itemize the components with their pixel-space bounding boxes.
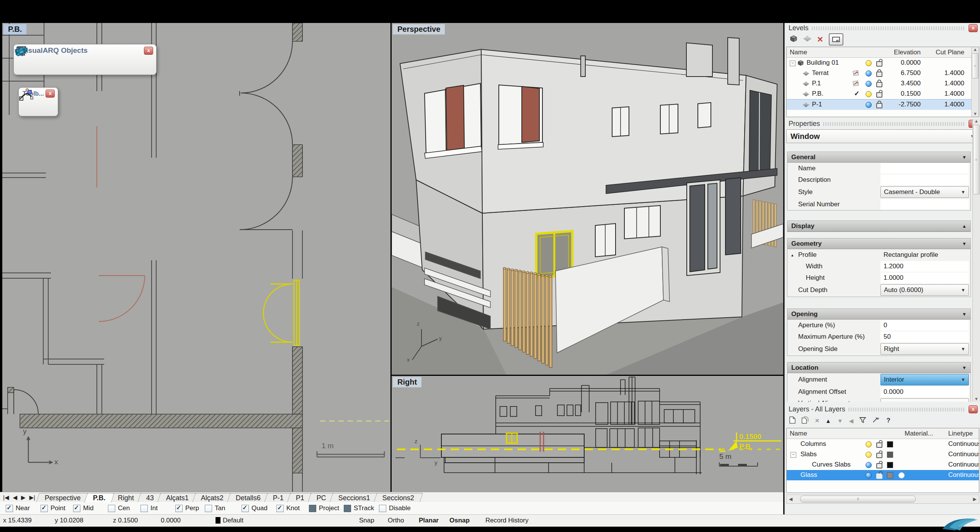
- first-tab-button[interactable]: |◀: [3, 494, 9, 501]
- add-building-button[interactable]: [789, 34, 798, 44]
- scroll-left-icon[interactable]: ◀: [789, 496, 792, 502]
- bulb-on-icon[interactable]: [866, 441, 872, 447]
- move-left-icon[interactable]: ◀: [849, 418, 854, 424]
- move-up-icon[interactable]: ▲: [825, 418, 831, 424]
- bulb-on-icon[interactable]: [866, 91, 872, 97]
- layer-row-slabs[interactable]: − Slabs Continuous: [787, 449, 979, 460]
- layer-linetype[interactable]: Continuous: [948, 461, 979, 468]
- checkbox-icon[interactable]: [242, 505, 249, 512]
- checkbox-icon[interactable]: [175, 505, 183, 512]
- filter-icon[interactable]: [859, 417, 866, 425]
- door-icon[interactable]: [69, 57, 84, 72]
- osnap-near[interactable]: Near: [6, 504, 30, 512]
- opening-side-dropdown[interactable]: Right ▼: [880, 343, 969, 355]
- max-aperture-input[interactable]: 50: [880, 331, 969, 342]
- toolb-toolbar[interactable]: Toolb... x: [18, 87, 58, 116]
- delete-level-icon[interactable]: ✕: [817, 36, 823, 43]
- current-level-check-icon[interactable]: ✓: [854, 90, 859, 98]
- checkbox-icon[interactable]: [6, 505, 13, 512]
- unlocked-icon[interactable]: [876, 453, 882, 458]
- scroll-up-icon[interactable]: ▲: [974, 119, 978, 123]
- tab-pb[interactable]: P.B.: [84, 493, 114, 503]
- level-row-terrat[interactable]: Terrat 6.7500 1.4000: [787, 68, 979, 78]
- window-icon[interactable]: [86, 57, 101, 72]
- checkbox-icon[interactable]: [379, 505, 386, 512]
- snap-toggle[interactable]: Snap: [359, 517, 374, 524]
- perspective-viewport-title[interactable]: Perspective: [393, 24, 445, 34]
- bulb-off-icon[interactable]: [866, 70, 872, 77]
- panel-grip[interactable]: [812, 26, 965, 30]
- osnap-point[interactable]: Point: [41, 504, 65, 512]
- unlocked-icon[interactable]: [876, 61, 882, 67]
- section-general-header[interactable]: General ▼: [787, 152, 970, 163]
- layer-color-swatch[interactable]: [887, 462, 893, 468]
- layer-linetype[interactable]: Continuous: [948, 440, 979, 448]
- alignment-offset-input[interactable]: 0.0000: [880, 387, 969, 397]
- col-material[interactable]: Material...: [905, 430, 933, 437]
- selected-window-elevation[interactable]: [506, 433, 517, 443]
- section-display-header[interactable]: Display ▲: [787, 221, 970, 232]
- checkbox-icon[interactable]: [205, 505, 212, 512]
- tab-seccions2[interactable]: Seccions2: [374, 493, 423, 503]
- vertical-alignment-dropdown[interactable]: ▼: [880, 398, 969, 402]
- floating-panel-button[interactable]: [829, 33, 843, 46]
- scroll-thumb[interactable]: ≡: [973, 125, 980, 194]
- osnap-toggle[interactable]: Osnap: [449, 517, 470, 524]
- expanded-marker-icon[interactable]: ▴: [791, 253, 794, 258]
- checkbox-icon[interactable]: [309, 505, 316, 512]
- tab-detalls6[interactable]: Detalls6: [227, 493, 270, 503]
- last-tab-button[interactable]: ▶|: [29, 494, 35, 501]
- help-icon[interactable]: ?: [886, 417, 890, 424]
- profile-value[interactable]: Rectangular profile: [880, 250, 969, 260]
- collapse-icon[interactable]: −: [791, 452, 796, 458]
- roof-icon[interactable]: [137, 57, 153, 72]
- osnap-mid[interactable]: Mid: [73, 504, 93, 512]
- osnap-perp[interactable]: Perp: [175, 504, 199, 512]
- move-down-icon[interactable]: ▼: [837, 418, 843, 424]
- levels-table-header[interactable]: Name Elevation Cut Plane: [787, 47, 979, 58]
- material-dot-icon[interactable]: [898, 472, 905, 478]
- level-row-p-1-selected[interactable]: P-1 -2.7500 1.4000: [787, 99, 979, 110]
- unlocked-icon[interactable]: [876, 473, 882, 479]
- bulb-on-icon[interactable]: [866, 452, 872, 458]
- section-geometry-header[interactable]: Geometry ▼: [787, 238, 970, 249]
- levels-scrollbar[interactable]: ▲≡▼: [971, 47, 979, 117]
- current-layer[interactable]: Default: [216, 517, 243, 524]
- col-cut-plane[interactable]: Cut Plane: [926, 49, 964, 56]
- unlocked-icon[interactable]: [876, 463, 882, 468]
- layer-row-columns[interactable]: Columns Continuous: [787, 439, 979, 449]
- collapse-icon[interactable]: −: [790, 60, 795, 66]
- level-row-p1[interactable]: P.1 3.4500 1.4000: [787, 78, 979, 89]
- col-linetype[interactable]: Linetype: [948, 430, 973, 437]
- layer-row-curves-slabs[interactable]: Curves Slabs Continuous: [787, 460, 979, 470]
- locked-icon[interactable]: [876, 103, 882, 108]
- new-sublayer-icon[interactable]: [802, 416, 809, 425]
- visualarq-toolbar-header[interactable]: VisualARQ Objects x: [14, 44, 156, 55]
- osnap-quad[interactable]: Quad: [242, 504, 268, 512]
- viewport-perspective[interactable]: Perspective z y x: [392, 23, 783, 375]
- layers-table-header[interactable]: Name Material... Linetype: [787, 428, 979, 439]
- elevation-canvas[interactable]: [392, 376, 783, 492]
- osnap-int[interactable]: Int: [140, 504, 158, 512]
- locked-icon[interactable]: [876, 82, 882, 87]
- tab-alcats1[interactable]: Alçats1: [157, 493, 198, 503]
- tab-seccions1[interactable]: Seccions1: [330, 493, 379, 503]
- column-icon[interactable]: [51, 57, 67, 72]
- selected-window-plan[interactable]: [263, 280, 299, 345]
- close-icon[interactable]: x: [46, 90, 55, 98]
- bulb-off-icon[interactable]: [866, 472, 872, 478]
- osnap-tan[interactable]: Tan: [205, 504, 225, 512]
- delete-layer-icon[interactable]: ×: [815, 416, 819, 425]
- arc-blend-icon[interactable]: [38, 99, 54, 114]
- name-input[interactable]: [880, 163, 969, 174]
- wall-icon[interactable]: [17, 57, 33, 72]
- panel-grip[interactable]: [823, 122, 965, 126]
- osnap-cen[interactable]: Cen: [108, 504, 130, 512]
- close-icon[interactable]: x: [969, 405, 978, 413]
- panel-grip[interactable]: [848, 408, 965, 411]
- level-row-building[interactable]: − Building 01 0.0000: [787, 58, 979, 68]
- col-elevation[interactable]: Elevation: [886, 49, 921, 56]
- scroll-right-icon[interactable]: ▶: [973, 496, 977, 502]
- add-level-button[interactable]: [803, 36, 812, 43]
- layers-horizontal-scrollbar[interactable]: ◀ ⦀ ▶: [786, 494, 979, 504]
